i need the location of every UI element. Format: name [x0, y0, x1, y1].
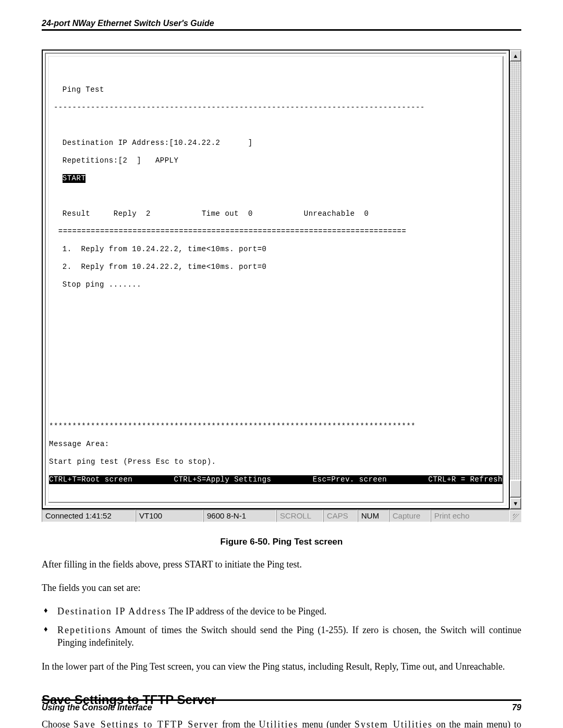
- divider-eq: ========================================…: [49, 227, 503, 236]
- scroll-down-icon[interactable]: ▼: [510, 498, 521, 509]
- footer-rule: [42, 699, 521, 701]
- status-print-echo: Print echo: [431, 510, 510, 522]
- timeout-value: 0: [248, 209, 253, 218]
- unreachable-label: Unreachable: [304, 209, 355, 218]
- scroll-up-icon[interactable]: ▲: [510, 50, 521, 61]
- message-area-text: Start ping test (Press Esc to stop).: [49, 458, 503, 466]
- status-num: NUM: [358, 510, 389, 522]
- status-capture: Capture: [389, 510, 431, 522]
- repetitions-value[interactable]: [2 ]: [118, 156, 142, 165]
- reply-value: 2: [146, 209, 151, 218]
- scroll-track[interactable]: [510, 61, 521, 498]
- repetitions-label: Repetitions:: [63, 156, 118, 165]
- page-number: 79: [512, 703, 521, 712]
- paragraph: After filling in the fields above, press…: [42, 559, 521, 571]
- reply-label: Reply: [114, 209, 137, 218]
- paragraph: The fields you can set are:: [42, 582, 521, 594]
- status-terminal-type: VT100: [136, 510, 203, 522]
- bullet-term: Destination IP Address: [57, 606, 166, 616]
- terminal-screenshot: Ping Test ------------------------------…: [42, 50, 521, 522]
- divider-stars: ****************************************…: [49, 422, 503, 431]
- divider-dash: ----------------------------------------…: [49, 103, 503, 112]
- result-line: 2. Reply from 10.24.22.2, time<10ms. por…: [63, 263, 267, 271]
- figure-caption: Figure 6-50. Ping Test screen: [42, 537, 521, 547]
- timeout-label: Time out: [202, 209, 239, 218]
- status-bar: Connected 1:41:52 VT100 9600 8-N-1 SCROL…: [42, 509, 521, 522]
- terminal-title: Ping Test: [63, 85, 104, 94]
- header-rule: [42, 29, 521, 31]
- list-item: Repetitions Amount of times the Switch s…: [42, 624, 521, 649]
- vertical-scrollbar[interactable]: ▲ ▼: [510, 50, 521, 509]
- footer-left: Using the Console Interface: [42, 703, 152, 712]
- resize-grip-icon[interactable]: [510, 510, 521, 522]
- bullet-term: Repetitions: [57, 625, 112, 635]
- unreachable-value: 0: [364, 209, 369, 218]
- status-connected: Connected 1:41:52: [42, 510, 136, 522]
- list-item: Destination IP Address The IP address of…: [42, 605, 521, 618]
- result-line: Stop ping .......: [63, 280, 141, 289]
- terminal-footer: CTRL+T=Root screenCTRL+S=Apply SettingsE…: [49, 475, 503, 484]
- paragraph: Choose Save Settings to TFTP Server from…: [42, 719, 521, 728]
- status-baud: 9600 8-N-1: [203, 510, 276, 522]
- page-footer: Using the Console Interface 79: [42, 699, 521, 712]
- message-area-label: Message Area:: [49, 440, 503, 449]
- apply-button[interactable]: APPLY: [155, 156, 179, 165]
- dest-ip-value[interactable]: [10.24.22.2 ]: [169, 139, 253, 147]
- dest-ip-label: Destination IP Address:: [63, 139, 169, 147]
- bullet-desc: The IP address of the device to be Pinge…: [166, 606, 326, 616]
- status-scroll: SCROLL: [276, 510, 323, 522]
- field-bullet-list: Destination IP Address The IP address of…: [42, 605, 521, 649]
- page-header: 24-port NWay Ethernet Switch User's Guid…: [42, 19, 521, 29]
- status-caps: CAPS: [323, 510, 358, 522]
- scroll-thumb[interactable]: [510, 480, 521, 498]
- start-button[interactable]: START: [63, 174, 86, 183]
- result-label: Result: [63, 209, 90, 218]
- bullet-desc: Amount of times the Switch should send t…: [57, 625, 521, 648]
- result-line: 1. Reply from 10.24.22.2, time<10ms. por…: [63, 245, 267, 253]
- paragraph: In the lower part of the Ping Test scree…: [42, 661, 521, 673]
